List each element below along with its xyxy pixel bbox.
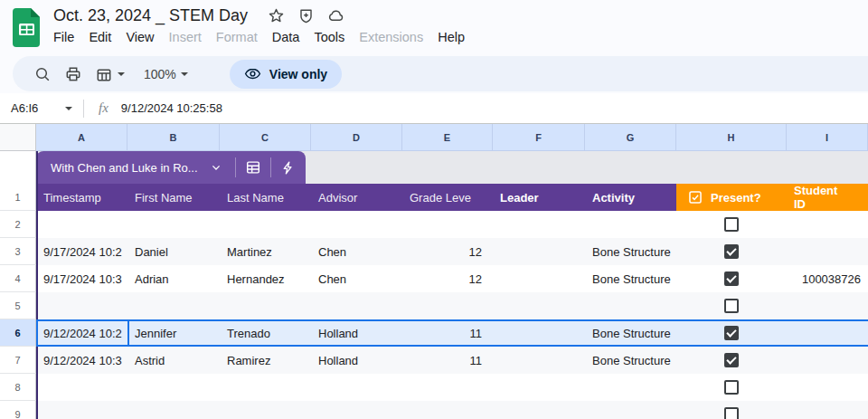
- document-title[interactable]: Oct. 23, 2024 _ STEM Day: [53, 6, 248, 25]
- cell-grade-level[interactable]: 12: [402, 265, 493, 292]
- filter-views-icon[interactable]: [89, 58, 131, 90]
- cell-leader[interactable]: [493, 292, 585, 319]
- cell-student-id[interactable]: [787, 347, 868, 374]
- cell-activity[interactable]: [585, 401, 676, 419]
- cell-timestamp[interactable]: 9/12/2024 10:2: [36, 319, 127, 347]
- header-timestamp[interactable]: Timestamp: [36, 184, 127, 211]
- cell-first-name[interactable]: [127, 211, 220, 238]
- cell-activity[interactable]: [585, 211, 676, 238]
- formula-input[interactable]: 9/12/2024 10:25:58: [121, 101, 222, 115]
- cell-activity[interactable]: Bone Structure: [585, 319, 676, 347]
- sheets-logo[interactable]: [13, 8, 42, 56]
- column-header-a[interactable]: A: [36, 124, 127, 151]
- row-number[interactable]: 3: [0, 238, 36, 265]
- cell-advisor[interactable]: Chen: [311, 265, 402, 292]
- cell-timestamp[interactable]: 9/17/2024 10:2: [36, 238, 127, 265]
- present-checkbox[interactable]: [724, 380, 739, 395]
- cell-leader[interactable]: [493, 238, 585, 265]
- cell-grade-level[interactable]: [402, 374, 493, 401]
- header-present[interactable]: Present?: [676, 184, 787, 211]
- view-only-button[interactable]: View only: [230, 60, 342, 89]
- cell-leader[interactable]: [493, 265, 585, 292]
- cell-leader[interactable]: [493, 347, 585, 374]
- column-header-f[interactable]: F: [493, 124, 585, 151]
- chevron-down-icon[interactable]: [206, 151, 227, 184]
- column-header-i[interactable]: I: [787, 124, 868, 151]
- cell-timestamp[interactable]: [36, 211, 127, 238]
- cell-activity[interactable]: [585, 374, 676, 401]
- row-number[interactable]: 9: [0, 401, 36, 419]
- column-header-h[interactable]: H: [676, 124, 787, 151]
- search-icon[interactable]: [27, 58, 58, 90]
- column-header-b[interactable]: B: [127, 124, 220, 151]
- cell-leader[interactable]: [493, 319, 585, 347]
- present-checkbox[interactable]: [724, 244, 739, 259]
- present-checkbox[interactable]: [724, 326, 739, 340]
- row-number[interactable]: 5: [0, 292, 36, 319]
- cell-timestamp[interactable]: 9/17/2024 10:3: [36, 265, 127, 292]
- cell-advisor[interactable]: Holland: [311, 347, 402, 374]
- header-advisor[interactable]: Advisor: [311, 184, 402, 211]
- present-checkbox[interactable]: [724, 407, 739, 419]
- cell-advisor[interactable]: Chen: [311, 238, 402, 265]
- cell-first-name[interactable]: [127, 292, 220, 319]
- cell-student-id[interactable]: 100038726: [787, 265, 868, 292]
- present-checkbox[interactable]: [724, 353, 739, 367]
- cell-activity[interactable]: Bone Structure: [585, 265, 676, 292]
- cell-present[interactable]: [676, 319, 787, 347]
- cell-first-name[interactable]: [127, 401, 220, 419]
- menu-edit[interactable]: Edit: [81, 27, 118, 47]
- cell-present[interactable]: [676, 238, 787, 265]
- present-checkbox[interactable]: [724, 271, 739, 286]
- cell-first-name[interactable]: Adrian: [127, 265, 220, 292]
- cell-advisor[interactable]: Holland: [311, 319, 402, 347]
- cell-activity[interactable]: Bone Structure: [585, 238, 676, 265]
- cell-grade-level[interactable]: 12: [402, 238, 493, 265]
- menu-tools[interactable]: Tools: [307, 27, 352, 47]
- cell-present[interactable]: [676, 265, 787, 292]
- header-student-id[interactable]: Student ID: [787, 184, 868, 211]
- cell-grade-level[interactable]: [402, 211, 493, 238]
- cell-last-name[interactable]: Martinez: [220, 238, 311, 265]
- row-number[interactable]: 8: [0, 374, 36, 401]
- column-header-c[interactable]: C: [220, 124, 311, 151]
- cell-timestamp[interactable]: [36, 401, 127, 419]
- cloud-status-icon[interactable]: [327, 7, 344, 24]
- zoom-control[interactable]: 100%: [137, 67, 195, 81]
- header-leader[interactable]: Leader: [493, 184, 585, 211]
- cell-student-id[interactable]: [787, 374, 868, 401]
- menu-file[interactable]: File: [46, 27, 81, 47]
- cell-timestamp[interactable]: [36, 292, 127, 319]
- cell-leader[interactable]: [493, 211, 585, 238]
- row-number[interactable]: 4: [0, 265, 36, 292]
- menu-view[interactable]: View: [118, 27, 161, 47]
- cell-last-name[interactable]: [220, 211, 311, 238]
- cell-activity[interactable]: Bone Structure: [585, 347, 676, 374]
- cell-timestamp[interactable]: 9/12/2024 10:3: [36, 347, 127, 374]
- cell-first-name[interactable]: Astrid: [127, 347, 220, 374]
- cell-first-name[interactable]: [127, 374, 220, 401]
- present-checkbox[interactable]: [724, 217, 739, 232]
- print-icon[interactable]: [58, 58, 89, 90]
- cell-grade-level[interactable]: 11: [402, 347, 493, 374]
- cell-present[interactable]: [676, 292, 787, 319]
- row-number[interactable]: 1: [0, 184, 36, 211]
- lightning-bolt-icon[interactable]: [271, 151, 306, 184]
- column-header-g[interactable]: G: [585, 124, 676, 151]
- cell-present[interactable]: [676, 347, 787, 374]
- cell-activity[interactable]: [585, 292, 676, 319]
- cell-leader[interactable]: [493, 401, 585, 419]
- cell-advisor[interactable]: [311, 374, 402, 401]
- menu-data[interactable]: Data: [265, 27, 307, 47]
- table-name-chip[interactable]: With Chen and Luke in Ro...: [36, 151, 306, 184]
- cell-grade-level[interactable]: [402, 292, 493, 319]
- cell-last-name[interactable]: [220, 292, 311, 319]
- cell-first-name[interactable]: Daniel: [127, 238, 220, 265]
- cell-first-name[interactable]: Jennifer: [127, 319, 220, 347]
- cell-student-id[interactable]: [787, 292, 868, 319]
- present-checkbox[interactable]: [724, 299, 739, 313]
- row-number[interactable]: 6: [0, 319, 36, 347]
- table-view-icon[interactable]: [236, 151, 270, 184]
- select-all-corner[interactable]: [0, 124, 36, 151]
- table-name[interactable]: With Chen and Luke in Ro...: [36, 161, 206, 175]
